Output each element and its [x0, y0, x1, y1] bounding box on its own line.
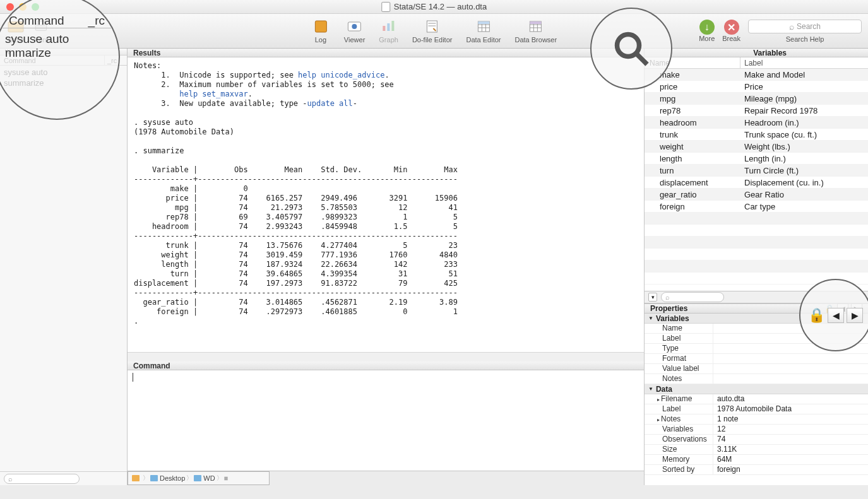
review-col-command[interactable]: Command	[0, 56, 105, 65]
results-title: Results	[128, 49, 644, 57]
traffic-lights	[0, 3, 39, 11]
path-segment[interactable]: ≡	[224, 474, 230, 482]
review-list: sysuse autosummarize	[0, 66, 127, 471]
svg-rect-2	[38, 21, 45, 25]
next-variable-button[interactable]: ▶	[851, 303, 862, 314]
dofile-button[interactable]: Do-file Editor	[412, 18, 453, 44]
property-row[interactable]: Notes	[645, 374, 868, 384]
property-row[interactable]: Value label	[645, 364, 868, 374]
toolbar: Save Print LogViewerGraphDo-file EditorD…	[0, 14, 868, 49]
svg-rect-17	[478, 21, 489, 24]
path-segment[interactable]	[132, 475, 141, 481]
zoom-window-icon[interactable]	[32, 3, 39, 11]
variables-list: makeMake and ModelpricePricempgMileage (…	[645, 69, 868, 291]
window-title: Stata/SE 14.2 — auto.dta	[381, 2, 487, 12]
variables-title: Variables	[645, 49, 868, 57]
graph-button[interactable]: Graph	[379, 18, 398, 44]
property-row[interactable]: Memory64M	[645, 455, 868, 465]
properties-title: Properties 🔒 ◀ ▶	[645, 303, 868, 314]
property-row[interactable]: Variables12	[645, 425, 868, 435]
search-help-label: Search Help	[786, 35, 824, 43]
path-segment[interactable]: WD	[194, 474, 215, 482]
document-icon	[381, 2, 390, 12]
command-title: Command	[128, 361, 644, 370]
property-row[interactable]: Observations74	[645, 435, 868, 445]
property-row[interactable]: Sorted byforeign	[645, 465, 868, 475]
property-row[interactable]: Format	[645, 354, 868, 364]
variable-row[interactable]: mpgMileage (mpg)	[645, 93, 868, 105]
svg-rect-8	[392, 21, 395, 31]
property-row[interactable]: Type	[645, 344, 868, 354]
property-row[interactable]: Size3.11K	[645, 445, 868, 455]
property-row[interactable]: Notes1 note	[645, 414, 868, 425]
variable-row[interactable]: turnTurn Circle (ft.)	[645, 165, 868, 177]
property-row[interactable]: Name	[645, 324, 868, 334]
properties-body: VariablesNameLabelTypeFormatValue labelN…	[645, 314, 868, 485]
viewer-button[interactable]: Viewer	[344, 18, 365, 44]
variables-filter-input[interactable]	[661, 292, 724, 302]
window-title-text: Stata/SE 14.2 — auto.dta	[394, 2, 487, 11]
variable-row[interactable]: rep78Repair Record 1978	[645, 105, 868, 117]
variable-row[interactable]: makeMake and Model	[645, 69, 868, 81]
log-button[interactable]: Log	[311, 18, 330, 44]
variable-row[interactable]: pricePrice	[645, 81, 868, 93]
minimize-window-icon[interactable]	[19, 3, 27, 11]
dataeditor-button[interactable]: Data Editor	[466, 18, 501, 44]
review-col-rc[interactable]: _rc	[105, 56, 127, 65]
svg-rect-7	[388, 23, 390, 31]
svg-rect-3	[315, 21, 326, 32]
variable-row[interactable]: headroomHeadroom (in.)	[645, 117, 868, 129]
print-button[interactable]: Print	[32, 18, 51, 44]
results-scrollbar[interactable]	[128, 352, 644, 361]
lock-icon[interactable]: 🔒	[824, 304, 835, 314]
variable-row[interactable]: lengthLength (in.)	[645, 153, 868, 165]
prev-variable-button[interactable]: ◀	[837, 303, 848, 314]
properties-section[interactable]: Variables	[645, 314, 868, 324]
variable-row[interactable]: trunkTrunk space (cu. ft.)	[645, 129, 868, 141]
property-row[interactable]: Filenameauto.dta	[645, 394, 868, 404]
svg-rect-23	[530, 21, 542, 24]
svg-rect-6	[383, 26, 386, 31]
command-input[interactable]	[128, 370, 644, 471]
search-input[interactable]: Search	[748, 20, 862, 33]
property-row[interactable]: Label1978 Automobile Data	[645, 404, 868, 414]
databrowser-button[interactable]: Data Browser	[514, 18, 557, 44]
variables-col-name[interactable]: Name	[645, 57, 740, 68]
path-segment[interactable]: Desktop	[150, 474, 185, 482]
review-item[interactable]: summarize	[4, 78, 123, 88]
variable-row[interactable]: foreignCar type	[645, 201, 868, 213]
variable-row[interactable]: gear_ratioGear Ratio	[645, 189, 868, 201]
variable-row[interactable]: weightWeight (lbs.)	[645, 141, 868, 153]
window-titlebar: Stata/SE 14.2 — auto.dta	[0, 0, 868, 14]
more-icon: ↓	[699, 20, 715, 35]
results-output[interactable]: Notes: 1. Unicode is supported; see help…	[128, 57, 644, 352]
variables-toggle-button[interactable]: ▾	[648, 293, 657, 302]
more-button[interactable]: ↓ More	[699, 20, 715, 42]
review-header-row: Command _rc	[0, 56, 127, 66]
properties-section[interactable]: Data	[645, 384, 868, 394]
property-row[interactable]: Label	[645, 334, 868, 344]
review-title: w	[0, 49, 127, 56]
svg-point-5	[352, 24, 357, 29]
svg-rect-0	[8, 21, 23, 32]
review-panel: w Command _rc sysuse autosummarize	[0, 49, 128, 485]
variable-row[interactable]: displacementDisplacement (cu. in.)	[645, 177, 868, 189]
variables-col-label[interactable]: Label	[740, 57, 868, 68]
break-button[interactable]: ✕ Break	[722, 20, 740, 42]
close-window-icon[interactable]	[6, 3, 14, 11]
break-icon: ✕	[724, 20, 739, 35]
save-button[interactable]: Save	[6, 18, 25, 44]
review-item[interactable]: sysuse auto	[4, 67, 123, 78]
review-filter-input[interactable]	[4, 474, 80, 484]
working-directory-bar[interactable]: 〉Desktop〉WD〉≡	[128, 471, 270, 485]
